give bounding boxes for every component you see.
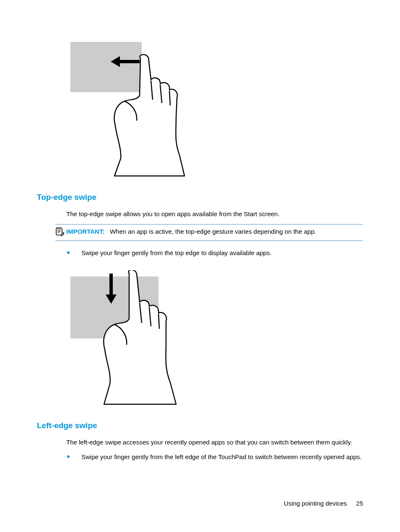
heading-top-edge-swipe: Top-edge swipe — [37, 193, 363, 202]
left-edge-intro: The left-edge swipe accesses your recent… — [66, 438, 363, 447]
page-footer: Using pointing devices 25 — [284, 500, 363, 507]
bullet-text: Swipe your finger gently from the top ed… — [81, 249, 272, 256]
gesture-illustration-right-swipe — [70, 42, 192, 180]
top-edge-intro: The top-edge swipe allows you to open ap… — [66, 209, 363, 219]
gesture-illustration-top-swipe — [70, 270, 192, 408]
figure-top-edge-swipe — [70, 270, 363, 408]
important-callout: IMPORTANT: When an app is active, the to… — [55, 224, 363, 241]
footer-page-number: 25 — [356, 500, 363, 507]
svg-rect-0 — [70, 42, 142, 92]
important-text: When an app is active, the top-edge gest… — [110, 228, 316, 235]
important-icon — [55, 227, 65, 236]
figure-right-edge-swipe — [70, 42, 363, 180]
bullet-icon — [67, 455, 70, 458]
important-label: IMPORTANT: — [66, 228, 104, 235]
heading-left-edge-swipe: Left-edge swipe — [37, 421, 363, 430]
svg-rect-3 — [56, 228, 62, 235]
footer-section-name: Using pointing devices — [284, 500, 347, 507]
left-edge-bullet-list: Swipe your finger gently from the left e… — [66, 452, 363, 462]
bullet-text: Swipe your finger gently from the left e… — [81, 453, 361, 460]
list-item: Swipe your finger gently from the top ed… — [66, 248, 363, 258]
bullet-icon — [67, 251, 70, 254]
top-edge-bullet-list: Swipe your finger gently from the top ed… — [66, 248, 363, 258]
list-item: Swipe your finger gently from the left e… — [66, 452, 363, 462]
